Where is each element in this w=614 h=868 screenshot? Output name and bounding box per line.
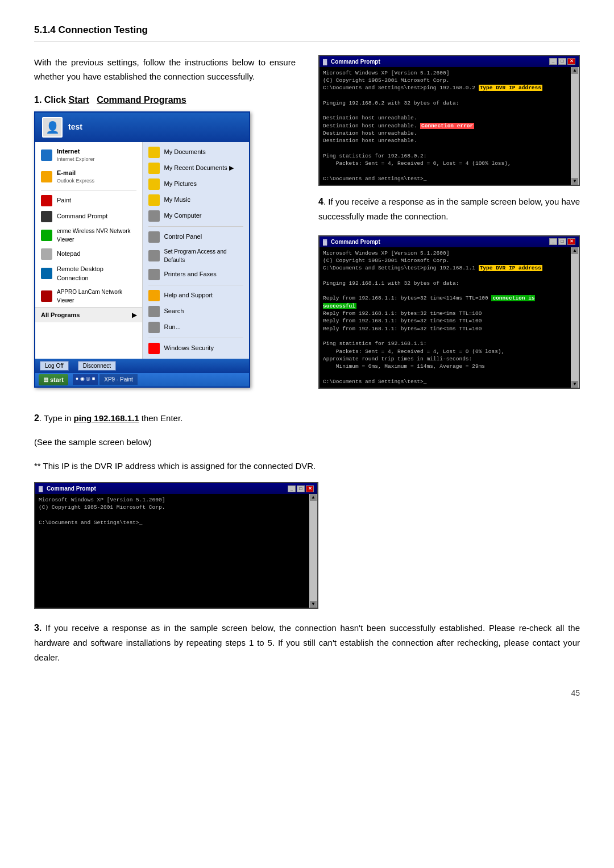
cmd-line-8: Destination host unreachable. Connection… xyxy=(323,122,567,130)
menu-item-help[interactable]: Help and Support xyxy=(143,288,250,304)
scroll-up-2[interactable]: ▲ xyxy=(310,494,317,501)
cmd-content-1: Microsoft Windows XP [Version 5.1.2600] … xyxy=(320,67,579,185)
menu-item-setprog[interactable]: Set Program Access andDefaults xyxy=(143,245,250,267)
disconnect-button[interactable]: Disconnect xyxy=(78,361,116,371)
rdp-label: Remote Desktop Connection xyxy=(57,264,136,283)
menu-item-pics[interactable]: My Pictures xyxy=(143,176,250,192)
menu-item-appro[interactable]: APPRO LanCam NetworkViewer xyxy=(35,285,142,307)
menu-item-control[interactable]: Control Panel xyxy=(143,229,250,245)
logoff-button[interactable]: Log Off xyxy=(40,361,69,371)
start-label: start xyxy=(50,375,64,385)
winsec-icon xyxy=(148,343,160,354)
menu-item-winsec[interactable]: Windows Security xyxy=(143,340,250,356)
step1-link-start[interactable]: Start xyxy=(68,95,89,105)
start-menu-right: My Documents My Recent Documents ▶ My Pi… xyxy=(143,142,250,359)
scroll-down-2[interactable]: ▼ xyxy=(310,601,317,608)
cmd-restore-button-2[interactable]: □ xyxy=(297,485,305,492)
step3-number: 3 xyxy=(34,623,39,633)
menu-item-ie[interactable]: InternetInternet Explorer xyxy=(35,144,142,166)
step3-block: 3. If you receive a response as in the s… xyxy=(34,620,580,665)
all-programs-arrow: ▶ xyxy=(132,310,136,320)
step2-note2: ** This IP is the DVR IP address which i… xyxy=(34,459,580,474)
step1-link-cmd[interactable]: Command Programs xyxy=(97,95,186,105)
cmd3-line-13: Packets: Sent = 4, Received = 4, Lost = … xyxy=(323,348,567,355)
menu-item-search[interactable]: Search xyxy=(143,304,250,319)
cmd-scrollbar-3[interactable]: ▲ ▼ xyxy=(571,247,579,388)
menu-item-cmd[interactable]: Command Prompt xyxy=(35,209,142,225)
cmd3-line-5: Pinging 192.168.1.1 with 32 bytes of dat… xyxy=(323,280,567,287)
step4-text: 4. If you receive a response as in the s… xyxy=(318,194,580,224)
taskbar-item-paint[interactable]: XP9 - Paint xyxy=(99,374,138,385)
menu-item-comp[interactable]: My Computer xyxy=(143,208,250,224)
menu-item-rdp[interactable]: Remote Desktop Connection xyxy=(35,262,142,285)
step3-description: If you receive a response as in the samp… xyxy=(34,623,580,662)
connection-error-annotation: Connection error xyxy=(420,123,474,129)
menu-item-paint[interactable]: Paint xyxy=(35,193,142,209)
step2-intro: . Type in xyxy=(39,413,74,423)
cmd-line-2: (C) Copyright 1985-2001 Microsoft Corp. xyxy=(323,77,567,84)
cmd-close-button-2[interactable]: ✕ xyxy=(306,485,314,492)
menu-item-network[interactable]: enme Wireless NVR NetworkViewer xyxy=(35,225,142,246)
menu-item-music[interactable]: My Music xyxy=(143,192,250,208)
help-label: Help and Support xyxy=(164,290,213,300)
step1-block: 1. Click Start Command Programs 👤 test xyxy=(34,93,296,388)
cmd-minimize-button[interactable]: _ xyxy=(549,58,557,65)
cmd-line-4 xyxy=(323,92,567,99)
menu-item-recent[interactable]: My Recent Documents ▶ xyxy=(143,160,250,176)
cmd3-line-10: Reply from 192.168.1.1: bytes=32 time<1m… xyxy=(323,325,567,333)
cmd-restore-button[interactable]: □ xyxy=(558,58,566,65)
setprog-icon xyxy=(148,250,160,261)
cmd-scrollbar-1[interactable]: ▲ ▼ xyxy=(571,67,579,185)
step2-number: 2 xyxy=(34,413,39,423)
scroll-up[interactable]: ▲ xyxy=(571,67,578,74)
step3-text: 3. If you receive a response as in the s… xyxy=(34,620,580,665)
mail-icon xyxy=(41,171,52,182)
left-column: With the previous settings, follow the i… xyxy=(34,55,296,400)
cmd3-line-17: C:\Documents and Settings\test>_ xyxy=(323,378,567,385)
cmd3-line-12: Ping statistics for 192.168.1.1: xyxy=(323,340,567,347)
scroll-down-3[interactable]: ▼ xyxy=(571,381,578,388)
run-icon xyxy=(148,322,160,333)
cmd-line-14 xyxy=(323,167,567,175)
cmd-minimize-button-2[interactable]: _ xyxy=(288,485,296,492)
scroll-up-3[interactable]: ▲ xyxy=(571,247,578,254)
network-label: enme Wireless NVR NetworkViewer xyxy=(57,227,130,244)
cmd-scrollbar-2[interactable]: ▲ ▼ xyxy=(309,494,317,608)
intro-text: With the previous settings, follow the i… xyxy=(34,55,296,84)
menu-item-printers[interactable]: Printers and Faxes xyxy=(143,267,250,283)
step2-ping: ping 192.168.1.1 xyxy=(74,413,139,423)
step2-block: 2. Type in ping 192.168.1.1 then Enter. … xyxy=(34,410,580,473)
cmd2-line-4: C:\Documents and Settings\test>_ xyxy=(39,519,306,526)
scroll-down[interactable]: ▼ xyxy=(571,178,578,185)
cmd-label: Command Prompt xyxy=(57,211,107,221)
cmd-restore-button-3[interactable]: □ xyxy=(558,238,566,245)
menu-item-run[interactable]: Run... xyxy=(143,319,250,335)
cmd-close-button-3[interactable]: ✕ xyxy=(567,238,575,245)
start-menu-left: InternetInternet Explorer E-mailOutlook … xyxy=(35,142,143,359)
ie-icon xyxy=(41,149,52,161)
start-menu-mockup: 👤 test InternetInternet Explorer xyxy=(34,111,250,388)
cmd-close-button[interactable]: ✕ xyxy=(567,58,575,65)
cmd-minimize-button-3[interactable]: _ xyxy=(549,238,557,245)
menu-item-notepad[interactable]: Notepad xyxy=(35,246,142,262)
cmd-line-3: C:\Documents and Settings\test>ping 192.… xyxy=(323,84,567,92)
xp-start-button[interactable]: ⊞ start xyxy=(39,374,68,386)
cmd-line-13: Packets: Sent = 4, Received = 0, Lost = … xyxy=(323,160,567,167)
all-programs-button[interactable]: All Programs ▶ xyxy=(35,307,142,323)
help-icon xyxy=(148,290,160,301)
step1-label: 1. Click Start Command Programs xyxy=(34,93,296,107)
music-label: My Music xyxy=(164,195,190,205)
cmd-icon-title-2: ▓ xyxy=(39,485,43,492)
menu-item-docs[interactable]: My Documents xyxy=(143,144,250,160)
paint-label: Paint xyxy=(57,196,71,205)
start-menu-username: test xyxy=(68,121,82,133)
cmd3-line-16 xyxy=(323,370,567,377)
appro-label: APPRO LanCam NetworkViewer xyxy=(57,288,122,305)
winsec-label: Windows Security xyxy=(164,343,214,353)
cmd3-line-4 xyxy=(323,272,567,280)
cmd-icon-title-3: ▓ xyxy=(323,239,327,245)
step4-description: If you receive a response as in the samp… xyxy=(318,197,580,221)
menu-item-mail[interactable]: E-mailOutlook Express xyxy=(35,166,142,188)
recent-icon xyxy=(148,163,160,174)
cmd3-line-2: (C) Copyright 1985-2001 Microsoft Corp. xyxy=(323,257,567,264)
